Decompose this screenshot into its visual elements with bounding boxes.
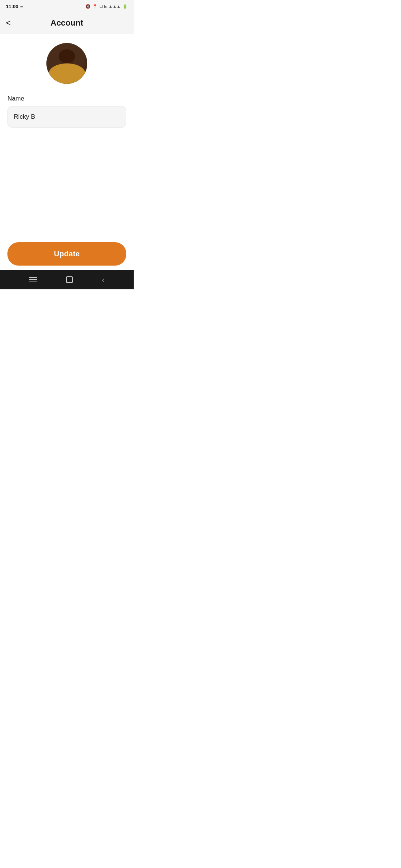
status-bar: 11:00 ∞ 🔇 📍 LTE ▲▲▲ 🔋 [0,0,134,12]
name-input[interactable] [7,106,126,128]
voicemail-icon: ∞ [20,4,23,9]
main-content: Name [0,34,134,236]
back-nav-icon: ‹ [102,276,104,284]
back-button[interactable]: < [6,18,11,28]
status-icons: 🔇 📍 LTE ▲▲▲ 🔋 [85,4,128,9]
avatar[interactable] [46,43,87,84]
back-nav-button[interactable]: ‹ [102,276,104,284]
home-button[interactable] [66,276,73,283]
page-title: Account [50,18,83,28]
avatar-container [7,43,126,84]
location-icon: 📍 [92,4,98,9]
lte-label: LTE [100,4,107,9]
header: < Account [0,12,134,34]
battery-icon: 🔋 [123,4,128,9]
mute-icon: 🔇 [85,4,91,9]
bottom-section: Update [0,236,134,270]
signal-icon: ▲▲▲ [108,4,121,9]
name-label: Name [7,95,24,102]
update-button[interactable]: Update [7,242,126,266]
recent-apps-button[interactable] [29,277,37,282]
nav-bar: ‹ [0,270,134,289]
home-icon [66,276,73,283]
recent-apps-icon [29,277,37,282]
time-label: 11:00 [6,4,18,9]
avatar-image [46,43,87,84]
status-time: 11:00 ∞ [6,4,23,9]
